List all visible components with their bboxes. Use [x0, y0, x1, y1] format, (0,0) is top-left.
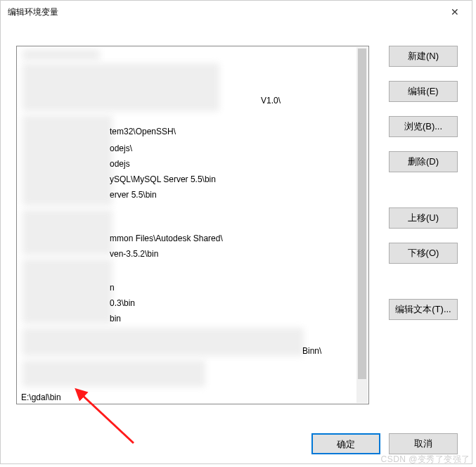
- scrollbar-thumb[interactable]: [358, 49, 366, 379]
- delete-button[interactable]: 删除(D): [389, 151, 458, 172]
- titlebar: 编辑环境变量 ✕: [1, 1, 472, 23]
- path-listbox[interactable]: V1.0\ tem32\OpenSSH\ odejs\ odejs ySQL\M…: [16, 46, 369, 404]
- new-button[interactable]: 新建(N): [389, 46, 458, 67]
- list-fragment: mmon Files\Autodesk Shared\: [110, 231, 223, 246]
- scrollbar-vertical[interactable]: [356, 47, 368, 403]
- list-item-last[interactable]: E:\gdal\bin: [21, 390, 61, 404]
- dialog-window: 编辑环境变量 ✕ V1.0\ tem32\OpenSSH\ odejs\ ode…: [0, 0, 472, 464]
- list-fragment: ySQL\MySQL Server 5.5\bin: [110, 172, 216, 187]
- list-content: V1.0\ tem32\OpenSSH\ odejs\ odejs ySQL\M…: [18, 48, 356, 402]
- redacted-region: [22, 328, 304, 356]
- moveup-button[interactable]: 上移(U): [389, 207, 458, 229]
- edit-button[interactable]: 编辑(E): [389, 81, 458, 102]
- redacted-region: [22, 210, 112, 255]
- list-fragment: erver 5.5\bin: [110, 187, 157, 203]
- list-fragment: ven-3.5.2\bin: [110, 246, 158, 262]
- list-fragment: V1.0\: [261, 93, 281, 108]
- list-fragment: bin: [110, 311, 121, 326]
- movedown-button[interactable]: 下移(O): [389, 243, 458, 264]
- close-icon[interactable]: ✕: [445, 6, 465, 18]
- client-area: V1.0\ tem32\OpenSSH\ odejs\ odejs ySQL\M…: [1, 23, 472, 463]
- list-fragment: n: [110, 280, 115, 295]
- redacted-region: [22, 49, 100, 60]
- list-fragment: Binn\: [302, 343, 321, 359]
- list-fragment: odejs\: [110, 141, 132, 156]
- cancel-button[interactable]: 取消: [389, 433, 458, 454]
- edit-text-button[interactable]: 编辑文本(T)...: [389, 299, 458, 320]
- list-fragment: tem32\OpenSSH\: [110, 124, 176, 139]
- list-fragment: odejs: [110, 156, 130, 172]
- ok-button[interactable]: 确定: [311, 433, 380, 454]
- redacted-region: [22, 115, 112, 205]
- window-title: 编辑环境变量: [8, 6, 58, 18]
- redacted-region: [22, 259, 112, 324]
- browse-button[interactable]: 浏览(B)...: [389, 116, 458, 137]
- list-fragment: 0.3\bin: [110, 295, 135, 311]
- redacted-region: [22, 360, 205, 387]
- redacted-region: [22, 63, 219, 111]
